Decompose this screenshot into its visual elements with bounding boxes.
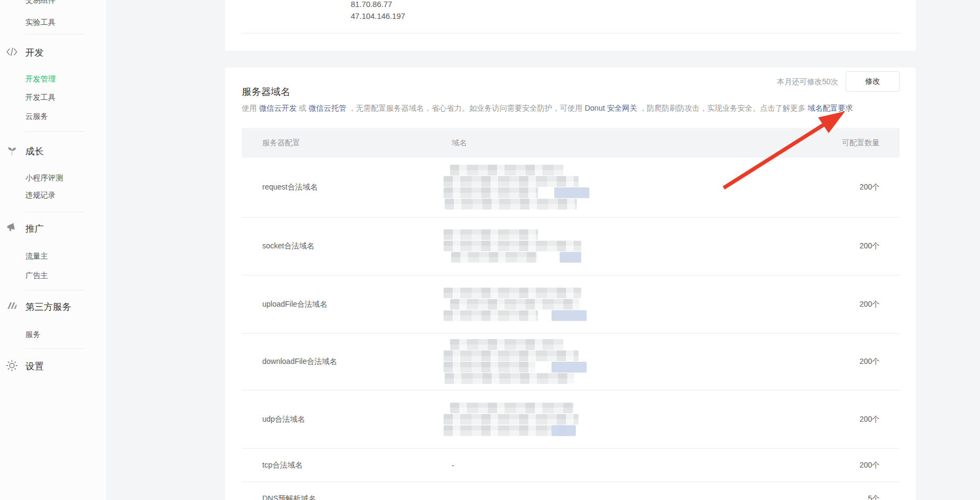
table-row-request合法域名: request合法域名 200个 bbox=[242, 158, 900, 218]
row-config-label: socket合法域名 bbox=[262, 241, 314, 251]
redacted-domain-mosaic bbox=[444, 229, 589, 263]
sidebar-section-设置[interactable]: 设置 bbox=[25, 360, 44, 373]
header-server-config: 服务器配置 bbox=[262, 138, 300, 148]
row-config-label: uploadFile合法域名 bbox=[262, 300, 328, 309]
ip-address: 47.104.146.197 bbox=[351, 12, 405, 21]
row-config-label: DNS预解析域名 bbox=[262, 494, 316, 500]
description-text: ，无需配置服务器域名，省心省力。如业务访问需要安全防护，可使用 bbox=[346, 104, 585, 112]
row-quota-value: 200个 bbox=[860, 415, 880, 424]
sidebar-divider bbox=[25, 212, 85, 212]
table-row-uploadFile合法域名: uploadFile合法域名 200个 bbox=[242, 275, 900, 334]
row-quota-value: 5个 bbox=[868, 494, 880, 500]
redacted-domain-mosaic bbox=[444, 165, 589, 210]
table-row-tcp合法域名: tcp合法域名 - 200个 bbox=[242, 449, 900, 482]
sidebar-item-流量主[interactable]: 流量主 bbox=[25, 252, 48, 261]
redacted-domain-mosaic bbox=[444, 402, 589, 436]
link-域名配置要求[interactable]: 域名配置要求 bbox=[807, 104, 853, 112]
megaphone-icon bbox=[5, 221, 18, 234]
sidebar-section-开发[interactable]: 开发 bbox=[25, 46, 44, 59]
sidebar-divider bbox=[25, 131, 85, 132]
domain-table: 服务器配置 域名 可配置数量 request合法域名 200个 socket合法… bbox=[242, 128, 900, 500]
ip-address: 81.70.86.77 bbox=[351, 0, 392, 9]
link-Donut 安全网关[interactable]: Donut 安全网关 bbox=[584, 104, 637, 112]
row-config-label: tcp合法域名 bbox=[262, 461, 303, 470]
sidebar-divider bbox=[25, 348, 85, 349]
link-微信云托管[interactable]: 微信云托管 bbox=[309, 104, 346, 112]
sidebar-item-服务[interactable]: 服务 bbox=[25, 330, 40, 340]
row-quota-value: 200个 bbox=[860, 461, 880, 470]
page: 交易组件 实验工具 开发 开发管理 开发工具 云服务 成长 小程序评测 违规记录… bbox=[0, 0, 980, 500]
sidebar-item-开发工具[interactable]: 开发工具 bbox=[25, 93, 56, 103]
sidebar-item-小程序评测[interactable]: 小程序评测 bbox=[25, 173, 63, 183]
table-header-row: 服务器配置 域名 可配置数量 bbox=[242, 128, 900, 158]
link-微信云开发[interactable]: 微信云开发 bbox=[259, 104, 297, 112]
table-row-downloadFile合法域名: downloadFile合法域名 200个 bbox=[242, 334, 900, 390]
table-row-DNS预解析域名: DNS预解析域名 5个 bbox=[242, 482, 900, 500]
sidebar-section-成长[interactable]: 成长 bbox=[25, 145, 44, 158]
section-title: 服务器域名 bbox=[242, 85, 290, 98]
row-config-label: udp合法域名 bbox=[262, 415, 305, 424]
third-party-icon bbox=[5, 300, 18, 313]
server-domain-card: 服务器域名 本月还可修改50次 修改 使用 微信云开发 或 微信云托管 ，无需配… bbox=[225, 67, 916, 500]
table-row-udp合法域名: udp合法域名 200个 bbox=[242, 390, 900, 449]
card-divider bbox=[241, 33, 900, 33]
domain-description: 使用 微信云开发 或 微信云托管 ，无需配置服务器域名，省心省力。如业务访问需要… bbox=[242, 103, 853, 113]
row-config-label: downloadFile合法域名 bbox=[262, 357, 337, 367]
description-text: 或 bbox=[297, 104, 309, 112]
gear-icon bbox=[5, 359, 18, 372]
ip-card: 81.70.86.77 47.104.146.197 bbox=[225, 0, 916, 51]
row-quota-value: 200个 bbox=[860, 300, 880, 309]
description-text: 使用 bbox=[242, 104, 259, 112]
table-row-socket合法域名: socket合法域名 200个 bbox=[242, 218, 900, 275]
sidebar: 交易组件 实验工具 开发 开发管理 开发工具 云服务 成长 小程序评测 违规记录… bbox=[0, 0, 106, 500]
sidebar-item-云服务[interactable]: 云服务 bbox=[25, 112, 48, 121]
code-icon bbox=[5, 45, 18, 58]
row-domain-value: - bbox=[452, 461, 454, 470]
sidebar-divider bbox=[25, 34, 85, 35]
description-text: ，防爬防刷防攻击，实现业务安全。点击了解更多 bbox=[637, 104, 808, 112]
sidebar-item-交易组件[interactable]: 交易组件 bbox=[25, 0, 56, 5]
header-config-quota: 可配置数量 bbox=[842, 138, 880, 148]
sidebar-item-实验工具[interactable]: 实验工具 bbox=[25, 18, 56, 28]
sidebar-divider bbox=[25, 290, 85, 290]
sidebar-item-广告主[interactable]: 广告主 bbox=[25, 271, 48, 281]
sidebar-section-第三方服务[interactable]: 第三方服务 bbox=[25, 301, 71, 313]
sprout-icon bbox=[5, 144, 18, 157]
sidebar-item-违规记录[interactable]: 违规记录 bbox=[25, 191, 56, 200]
sidebar-section-推广[interactable]: 推广 bbox=[25, 222, 44, 235]
header-domain: 域名 bbox=[452, 138, 467, 148]
row-config-label: request合法域名 bbox=[262, 183, 318, 192]
row-quota-value: 200个 bbox=[860, 241, 880, 251]
modify-button[interactable]: 修改 bbox=[846, 71, 900, 92]
redacted-domain-mosaic bbox=[444, 287, 589, 321]
sidebar-item-开发管理[interactable]: 开发管理 bbox=[25, 75, 56, 84]
row-quota-value: 200个 bbox=[860, 183, 880, 192]
modify-quota-text: 本月还可修改50次 bbox=[777, 77, 838, 87]
redacted-domain-mosaic bbox=[444, 339, 589, 384]
row-quota-value: 200个 bbox=[860, 357, 880, 367]
